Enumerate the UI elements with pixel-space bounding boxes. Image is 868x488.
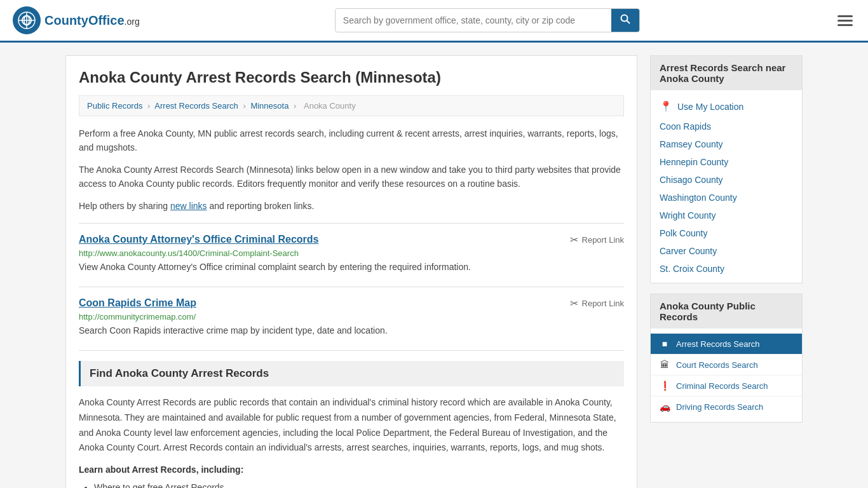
sidebar-item-wright[interactable]: Wright County — [651, 207, 802, 224]
criminal-icon: ❗ — [660, 381, 670, 391]
content-area: Anoka County Arrest Records Search (Minn… — [65, 55, 637, 488]
sidebar-item-coon-rapids[interactable]: Coon Rapids — [651, 118, 802, 135]
public-records-criminal[interactable]: ❗ Criminal Records Search — [651, 376, 802, 396]
search-button[interactable] — [611, 9, 639, 32]
svg-point-5 — [621, 15, 627, 22]
sidebar-item-hennepin[interactable]: Hennepin County — [651, 153, 802, 171]
resource-desc-2: Search Coon Rapids interactive crime map… — [79, 324, 624, 337]
search-bar — [335, 8, 640, 32]
arrest-icon: ■ — [660, 339, 670, 349]
resource-url-1[interactable]: http://www.anokacounty.us/1400/Criminal-… — [79, 248, 624, 258]
find-section-body: Anoka County Arrest Records are public r… — [79, 395, 624, 456]
sidebar-item-carver[interactable]: Carver County — [651, 242, 802, 260]
sidebar-item-st-croix[interactable]: St. Croix County — [651, 260, 802, 278]
resource-header-1: Anoka County Attorney's Office Criminal … — [79, 234, 624, 246]
sidebar-item-chisago[interactable]: Chisago County — [651, 171, 802, 189]
description-2: The Anoka County Arrest Records Search (… — [79, 163, 624, 191]
sidebar-public-records-list: ■ Arrest Records Search 🏛 Court Records … — [651, 329, 802, 422]
sidebar-public-records-section: Anoka County Public Records ■ Arrest Rec… — [650, 294, 803, 423]
logo-text: CountyOffice.org — [44, 13, 140, 28]
divider-1 — [79, 223, 624, 224]
divider-3 — [79, 350, 624, 351]
report-icon-1: ✂ — [570, 234, 578, 246]
sidebar-nearby-list: 📍 Use My Location Coon Rapids Ramsey Cou… — [651, 90, 802, 283]
logo-area: CountyOffice.org — [13, 6, 140, 34]
public-records-court[interactable]: 🏛 Court Records Search — [651, 355, 802, 376]
report-icon-2: ✂ — [570, 297, 578, 309]
sidebar-nearby-title: Arrest Records Search near Anoka County — [651, 56, 802, 90]
logo-icon — [13, 6, 41, 34]
find-section-header: Find Anoka County Arrest Records — [79, 361, 624, 386]
breadcrumb-anoka: Anoka County — [304, 101, 356, 111]
use-location-item[interactable]: 📍 Use My Location — [651, 95, 802, 118]
breadcrumb-arrest-records[interactable]: Arrest Records Search — [154, 101, 238, 111]
resource-entry-2: Coon Rapids Crime Map ✂ Report Link http… — [79, 297, 624, 337]
resource-entry-1: Anoka County Attorney's Office Criminal … — [79, 234, 624, 274]
search-input[interactable] — [336, 10, 611, 30]
breadcrumb-minnesota[interactable]: Minnesota — [250, 101, 288, 111]
use-location-link[interactable]: Use My Location — [677, 102, 743, 112]
sidebar-nearby-section: Arrest Records Search near Anoka County … — [650, 55, 803, 283]
breadcrumb: Public Records › Arrest Records Search ›… — [79, 95, 624, 116]
main-container: Anoka County Arrest Records Search (Minn… — [53, 55, 815, 488]
learn-list: Where to get free Arrest Records How to … — [94, 480, 624, 488]
resource-title-1[interactable]: Anoka County Attorney's Office Criminal … — [79, 234, 319, 245]
site-header: CountyOffice.org — [0, 0, 868, 43]
report-link-btn-1[interactable]: ✂ Report Link — [570, 234, 624, 246]
description-1: Perform a free Anoka County, MN public a… — [79, 126, 624, 155]
hamburger-button[interactable] — [835, 13, 855, 29]
divider-2 — [79, 287, 624, 287]
description-3: Help others by sharing new links and rep… — [79, 199, 624, 213]
location-icon: 📍 — [660, 100, 672, 112]
public-records-arrest[interactable]: ■ Arrest Records Search — [651, 334, 802, 355]
resource-desc-1: View Anoka County Attorney's Office crim… — [79, 261, 624, 274]
learn-title: Learn about Arrest Records, including: — [79, 464, 624, 475]
list-item-1: Where to get free Arrest Records — [94, 480, 624, 488]
court-icon: 🏛 — [660, 360, 670, 370]
sidebar-public-records-title: Anoka County Public Records — [651, 294, 802, 329]
resource-title-2[interactable]: Coon Rapids Crime Map — [79, 297, 196, 309]
resource-url-2[interactable]: http://communitycrimemap.com/ — [79, 312, 624, 322]
driving-icon: 🚗 — [660, 402, 670, 412]
sidebar: Arrest Records Search near Anoka County … — [650, 55, 803, 488]
public-records-driving[interactable]: 🚗 Driving Records Search — [651, 396, 802, 417]
page-title: Anoka County Arrest Records Search (Minn… — [79, 69, 624, 86]
breadcrumb-public-records[interactable]: Public Records — [87, 101, 142, 111]
sidebar-item-polk[interactable]: Polk County — [651, 224, 802, 242]
sidebar-item-ramsey[interactable]: Ramsey County — [651, 135, 802, 153]
svg-line-6 — [627, 21, 630, 24]
report-link-btn-2[interactable]: ✂ Report Link — [570, 297, 624, 309]
sidebar-item-washington[interactable]: Washington County — [651, 189, 802, 207]
resource-header-2: Coon Rapids Crime Map ✂ Report Link — [79, 297, 624, 309]
new-links-link[interactable]: new links — [170, 201, 207, 211]
